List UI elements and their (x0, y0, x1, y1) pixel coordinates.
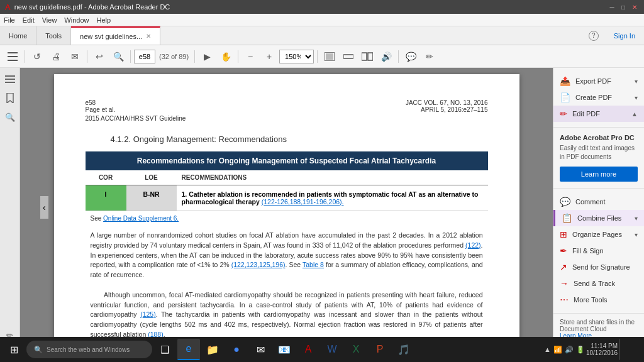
svg-rect-2 (8, 60, 18, 61)
send-track-icon: → (560, 278, 569, 288)
close-button[interactable]: ✕ (630, 3, 639, 11)
up-arrow-icon: ▲ (544, 346, 551, 353)
email-button[interactable]: ✉ (66, 48, 84, 65)
send-track-button[interactable]: → Send & Track (553, 275, 644, 292)
zoom-select[interactable]: 150% 100% 75% 200% (279, 50, 314, 63)
ref-122[interactable]: (122) (465, 241, 481, 249)
maximize-button[interactable]: □ (619, 3, 628, 11)
compare-button[interactable] (358, 48, 376, 65)
more-tools-button[interactable]: ⋯ More Tools (553, 292, 644, 308)
edit-pdf-button[interactable]: ✏ Edit PDF ▲ (553, 106, 644, 122)
show-desktop-button[interactable] (619, 339, 641, 360)
window-controls[interactable]: ─ □ ✕ (608, 3, 639, 11)
comment-tool-button[interactable]: 💬 (402, 48, 419, 65)
chrome-button[interactable]: ● (225, 339, 248, 360)
fill-sign-button[interactable]: ✒ Fill & Sign (553, 243, 644, 259)
combine-files-arrow: ▾ (635, 215, 638, 222)
fit-width-button[interactable] (340, 48, 357, 65)
right-panel: 📤 Export PDF ▾ 📄 Create PDF ▾ ✏ Edit PDF… (553, 68, 644, 346)
search-button[interactable]: 🔍 (109, 48, 127, 65)
page-number-label: e58 (86, 99, 186, 106)
outlook-button[interactable]: 📧 (273, 339, 296, 360)
tab-document[interactable]: new svt guidelines... ✕ (71, 26, 160, 45)
search-panel-button[interactable]: 🔍 (3, 109, 18, 124)
task-view-button[interactable]: ❑ (153, 339, 176, 360)
fit-page-button[interactable] (321, 48, 338, 65)
organize-pages-button[interactable]: ⊞ Organize Pages ▾ (553, 226, 644, 243)
help-icon: ? (589, 31, 599, 41)
pan-button[interactable]: ✋ (217, 48, 235, 65)
ref-125[interactable]: (125) (140, 310, 156, 318)
zoom-out-button[interactable]: − (242, 48, 259, 65)
section-title: 4.1.2. Ongoing Management: Recommendatio… (111, 134, 488, 144)
app-icon: A (5, 3, 11, 12)
menu-file[interactable]: File (4, 16, 15, 24)
main-layout: 🔍 ✏ ‹ › e58 Page et al. 2015 ACC/AHA/HRS… (0, 68, 644, 346)
pdf-header: e58 Page et al. 2015 ACC/AHA/HRS SVT Gui… (86, 99, 488, 122)
learn-more-promo-button[interactable]: Learn more (560, 167, 638, 182)
supplement-row: See Online Data Supplement 6. (86, 211, 488, 226)
undo-button[interactable]: ↩ (91, 48, 108, 65)
date-label: APRIL 5, 2016:e27–115 (406, 106, 488, 113)
taskbar-clock[interactable]: 11:14 PM 10/12/2016 (586, 343, 618, 356)
nav-panel-button[interactable] (3, 72, 18, 87)
svg-rect-0 (8, 52, 18, 53)
menu-window[interactable]: Window (64, 16, 89, 24)
combine-files-button[interactable]: 📋 Combine Files ▾ (553, 210, 644, 226)
table-8-link[interactable]: Table 8 (303, 261, 324, 268)
promo-subtitle: Easily edit text and images in PDF docum… (560, 144, 638, 162)
sidebar-toggle-button[interactable] (4, 48, 21, 65)
file-explorer-button[interactable]: 📁 (201, 339, 224, 360)
tab-tools[interactable]: Tools (36, 26, 71, 45)
toolbar-separator (25, 50, 25, 63)
comment-button[interactable]: 💬 Comment (553, 194, 644, 210)
comment-icon: 💬 (560, 197, 570, 207)
menu-view[interactable]: View (42, 16, 57, 24)
taskbar-search[interactable]: 🔍 Search the web and Windows (26, 341, 152, 358)
export-pdf-button[interactable]: 📤 Export PDF ▾ (553, 73, 644, 89)
menu-edit[interactable]: Edit (23, 16, 35, 24)
create-pdf-button[interactable]: 📄 Create PDF ▾ (553, 89, 644, 106)
export-section: 📤 Export PDF ▾ 📄 Create PDF ▾ ✏ Edit PDF… (553, 68, 644, 128)
media-button[interactable]: 🎵 (392, 339, 415, 360)
toolbar-separator-5 (238, 50, 238, 63)
tab-close-button[interactable]: ✕ (146, 33, 151, 40)
menu-help[interactable]: Help (96, 16, 111, 24)
supplement-anchor[interactable]: Online Data Supplement 6. (103, 215, 179, 222)
bookmark-panel-button[interactable] (3, 90, 18, 106)
ref-group[interactable]: (122,123,125,196) (231, 261, 286, 268)
word-button[interactable]: W (321, 339, 343, 360)
internet-explorer-button[interactable]: e (177, 339, 200, 360)
tab-home[interactable]: Home (0, 26, 36, 45)
rec-ref-link[interactable]: (122-126,188,191-196,206). (262, 198, 344, 206)
svg-rect-5 (343, 55, 353, 58)
start-button[interactable]: ⊞ (3, 339, 25, 360)
zoom-in-button[interactable]: + (260, 48, 278, 65)
excel-button[interactable]: X (345, 339, 367, 360)
pdf-page: e58 Page et al. 2015 ACC/AHA/HRS SVT Gui… (54, 74, 519, 346)
pdf-button[interactable]: A (297, 339, 319, 360)
mail-button[interactable]: ✉ (249, 339, 272, 360)
toolbar-separator-6 (317, 50, 318, 63)
table-row: I B-NR 1. Catheter ablation is recommend… (86, 185, 488, 211)
scroll-left-button[interactable]: ‹ (40, 196, 48, 219)
pdf-area[interactable]: ‹ › e58 Page et al. 2015 ACC/AHA/HRS SVT… (20, 68, 553, 346)
rotate-button[interactable]: ↺ (28, 48, 46, 65)
play-button[interactable]: ▶ (198, 48, 216, 65)
toolbar-separator-7 (398, 50, 399, 63)
col-header-loe: LOE (126, 170, 177, 185)
powerpoint-button[interactable]: P (369, 339, 391, 360)
toolbar-separator-2 (87, 50, 87, 63)
page-number-input[interactable] (134, 50, 155, 63)
tab-help-button[interactable]: ? (582, 26, 605, 45)
print-button[interactable]: 🖨 (47, 48, 65, 65)
edit-pdf-arrow: ▲ (631, 111, 638, 118)
body-text-row: A large number of nonrandomized cohort s… (86, 226, 488, 340)
svg-rect-8 (5, 75, 15, 77)
send-signature-button[interactable]: ↗ Send for Signature (553, 259, 644, 275)
signin-button[interactable]: Sign In (605, 26, 644, 45)
draw-button[interactable]: ✏ (421, 48, 438, 65)
minimize-button[interactable]: ─ (608, 3, 616, 11)
audio-button[interactable]: 🔊 (377, 48, 395, 65)
body-paragraph-1: A large number of nonrandomized cohort s… (86, 226, 488, 280)
